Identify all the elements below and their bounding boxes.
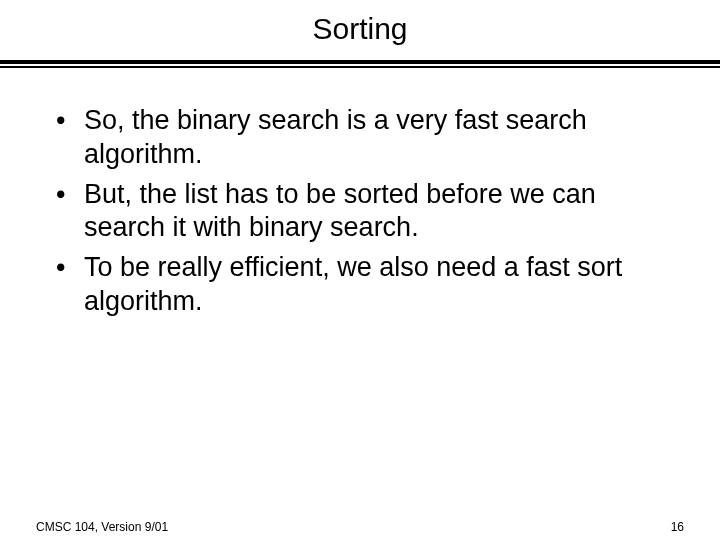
slide-title: Sorting	[0, 12, 720, 46]
bullet-list: So, the binary search is a very fast sea…	[50, 104, 670, 319]
slide-number: 16	[671, 520, 684, 534]
rule-line-thin	[0, 66, 720, 68]
list-item: So, the binary search is a very fast sea…	[50, 104, 670, 172]
list-item: But, the list has to be sorted before we…	[50, 178, 670, 246]
title-rule	[0, 60, 720, 68]
slide: Sorting So, the binary search is a very …	[0, 12, 720, 540]
footer-left: CMSC 104, Version 9/01	[36, 520, 168, 534]
slide-body: So, the binary search is a very fast sea…	[50, 104, 670, 319]
list-item: To be really efficient, we also need a f…	[50, 251, 670, 319]
rule-line-thick	[0, 60, 720, 64]
